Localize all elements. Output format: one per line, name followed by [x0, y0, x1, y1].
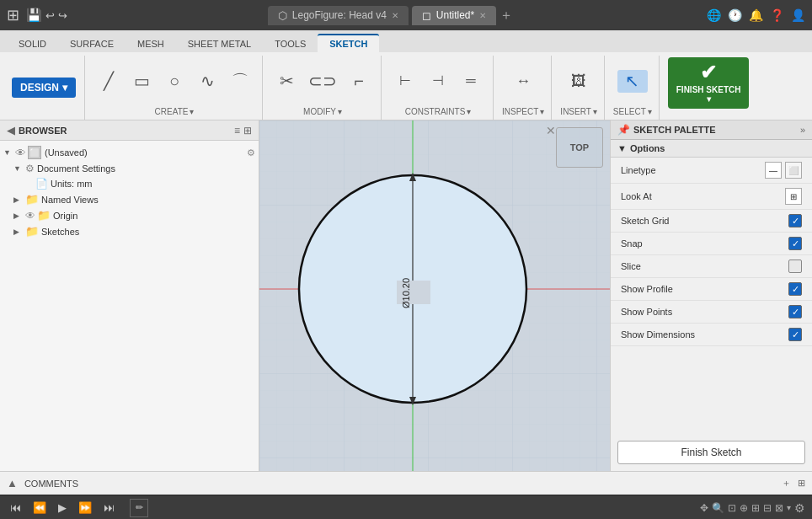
tree-item-doc-settings[interactable]: ▼ ⚙ Document Settings	[0, 161, 259, 176]
active-tool-box[interactable]: ✏	[130, 499, 148, 517]
close-untitled-tab-icon[interactable]: ✕	[479, 11, 486, 20]
select-button[interactable]: ↖	[617, 70, 648, 93]
slice-checkbox[interactable]	[788, 260, 802, 273]
show-profile-control[interactable]: ✓	[788, 282, 802, 296]
status-zoom-window-icon[interactable]: 🔍	[712, 502, 724, 514]
comments-add-icon[interactable]: ＋	[782, 477, 791, 490]
tab-untitled[interactable]: ◻ Untitled* ✕	[412, 6, 496, 25]
constrain1-button[interactable]: ⊢	[390, 72, 420, 91]
circle-tool-button[interactable]: ○	[159, 70, 190, 93]
spline-tool-button[interactable]: ∿	[192, 70, 222, 93]
gear-doc-settings-icon[interactable]: ⚙	[25, 163, 35, 174]
snap-checkbox[interactable]: ✓	[788, 237, 802, 250]
expander-origin[interactable]: ▶	[13, 211, 25, 220]
finish-sketch-palette-button[interactable]: Finish Sketch	[617, 441, 805, 464]
palette-pin-icon[interactable]: 📌	[617, 124, 630, 136]
constraints-dropdown-icon[interactable]: ▾	[467, 107, 471, 116]
tree-item-named-views[interactable]: ▶ 📁 Named Views	[0, 191, 259, 207]
browser-menu-icon[interactable]: ≡	[234, 125, 240, 136]
look-at-icon[interactable]: ⊞	[785, 188, 802, 205]
palette-section-options[interactable]: ▼ Options	[611, 140, 812, 158]
status-options-dropdown-icon[interactable]: ▾	[787, 503, 791, 512]
linetype-dash-icon[interactable]: ⬜	[785, 162, 802, 179]
status-pan-icon[interactable]: ✥	[700, 502, 708, 514]
constrain3-button[interactable]: ═	[456, 72, 486, 91]
status-grid-options-icon[interactable]: ⊠	[775, 502, 783, 514]
playback-prev-start-button[interactable]: ⏮	[7, 500, 24, 516]
expander-doc-settings[interactable]: ▼	[13, 164, 25, 173]
insert-dropdown-icon[interactable]: ▾	[593, 107, 597, 116]
status-zoom-select-icon[interactable]: ⊕	[740, 502, 748, 514]
canvas-area[interactable]: Ø10.20 TOP ✕	[259, 120, 610, 471]
close-lego-tab-icon[interactable]: ✕	[392, 11, 398, 20]
tab-tools[interactable]: TOOLS	[263, 35, 318, 52]
tree-item-unsaved[interactable]: ▼ 👁 ⬜ (Unsaved) ⚙	[0, 144, 259, 161]
inspect-button[interactable]: ↔	[508, 71, 538, 92]
comments-collapse-icon[interactable]: ▲	[7, 477, 18, 490]
tab-sketch[interactable]: SKETCH	[318, 34, 379, 52]
help-icon[interactable]: ❓	[770, 8, 784, 22]
show-dimensions-checkbox[interactable]: ✓	[788, 328, 802, 341]
show-points-control[interactable]: ✓	[788, 305, 802, 318]
status-grid-snap-icon[interactable]: ⊟	[763, 502, 772, 514]
playback-prev-button[interactable]: ⏪	[29, 500, 50, 516]
expander-sketches[interactable]: ▶	[13, 227, 25, 236]
linetype-solid-icon[interactable]: —	[765, 162, 782, 179]
expander-unsaved[interactable]: ▼	[3, 148, 15, 157]
finish-sketch-dropdown-icon[interactable]: ▾	[707, 94, 711, 104]
linetype-control[interactable]: — ⬜	[765, 162, 802, 179]
rect-tool-button[interactable]: ▭	[126, 70, 157, 93]
select-dropdown-icon[interactable]: ▾	[648, 107, 652, 116]
browser-expand-icon[interactable]: ⊞	[243, 125, 252, 136]
globe-icon[interactable]: 🌐	[707, 8, 721, 22]
look-at-control[interactable]: ⊞	[785, 188, 802, 205]
undo-icon[interactable]: ↩	[45, 9, 55, 22]
offset-tool-button[interactable]: ⊂⊃	[304, 70, 341, 93]
constrain2-button[interactable]: ⊣	[423, 72, 453, 91]
add-tab-icon[interactable]: ＋	[499, 7, 513, 24]
tree-item-origin[interactable]: ▶ 👁 📁 Origin	[0, 207, 259, 223]
gear-unsaved-icon[interactable]: ⚙	[247, 147, 255, 158]
tab-sheet-metal[interactable]: SHEET METAL	[176, 35, 263, 52]
status-grid-view-icon[interactable]: ⊞	[751, 502, 760, 514]
design-workspace-button[interactable]: DESIGN ▾	[12, 78, 76, 98]
insert-button[interactable]: 🖼	[564, 71, 594, 92]
show-dimensions-control[interactable]: ✓	[788, 328, 802, 341]
slice-control[interactable]	[788, 260, 802, 273]
snap-control[interactable]: ✓	[788, 237, 802, 250]
inspect-dropdown-icon[interactable]: ▾	[540, 107, 544, 116]
status-fit-icon[interactable]: ⊡	[728, 502, 736, 514]
tree-item-sketches[interactable]: ▶ 📁 Sketches	[0, 223, 259, 239]
bell-icon[interactable]: 🔔	[749, 8, 763, 22]
eye-unsaved-icon[interactable]: 👁	[15, 147, 26, 159]
user-icon[interactable]: 👤	[791, 8, 805, 22]
clock-icon[interactable]: 🕐	[728, 8, 742, 22]
eye-origin-icon[interactable]: 👁	[25, 210, 35, 222]
sketch-grid-control[interactable]: ✓	[788, 214, 802, 227]
finish-sketch-ribbon-button[interactable]: ✔ FINISH SKETCH ▾	[668, 57, 750, 109]
palette-expand-icon[interactable]: »	[800, 125, 805, 135]
canvas-close-icon[interactable]: ✕	[546, 124, 556, 137]
redo-icon[interactable]: ↪	[58, 9, 67, 22]
view-cube[interactable]: TOP	[556, 127, 603, 168]
modify-dropdown-icon[interactable]: ▾	[338, 107, 342, 116]
line-tool-button[interactable]: ╱	[93, 70, 124, 93]
sketch-grid-checkbox[interactable]: ✓	[788, 214, 802, 227]
comments-menu-icon[interactable]: ⊞	[798, 478, 805, 489]
trim-tool-button[interactable]: ✂	[271, 70, 302, 93]
status-gear-icon[interactable]: ⚙	[794, 501, 805, 515]
playback-play-button[interactable]: ▶	[55, 500, 70, 516]
expander-named-views[interactable]: ▶	[13, 195, 25, 204]
arc-tool-button[interactable]: ⌒	[225, 70, 255, 93]
show-points-checkbox[interactable]: ✓	[788, 305, 802, 318]
tab-solid[interactable]: SOLID	[7, 35, 58, 52]
tab-lego[interactable]: ⬡ LegoFigure: Head v4 ✕	[268, 6, 409, 25]
playback-next-end-button[interactable]: ⏭	[100, 500, 118, 516]
playback-next-button[interactable]: ⏩	[75, 500, 95, 516]
browser-collapse-icon[interactable]: ◀	[7, 124, 15, 136]
save-icon[interactable]: 💾	[26, 8, 42, 23]
tab-mesh[interactable]: MESH	[126, 35, 176, 52]
create-dropdown-icon[interactable]: ▾	[190, 107, 194, 116]
app-grid-icon[interactable]: ⊞	[7, 6, 19, 24]
fillet-tool-button[interactable]: ⌐	[344, 70, 374, 93]
